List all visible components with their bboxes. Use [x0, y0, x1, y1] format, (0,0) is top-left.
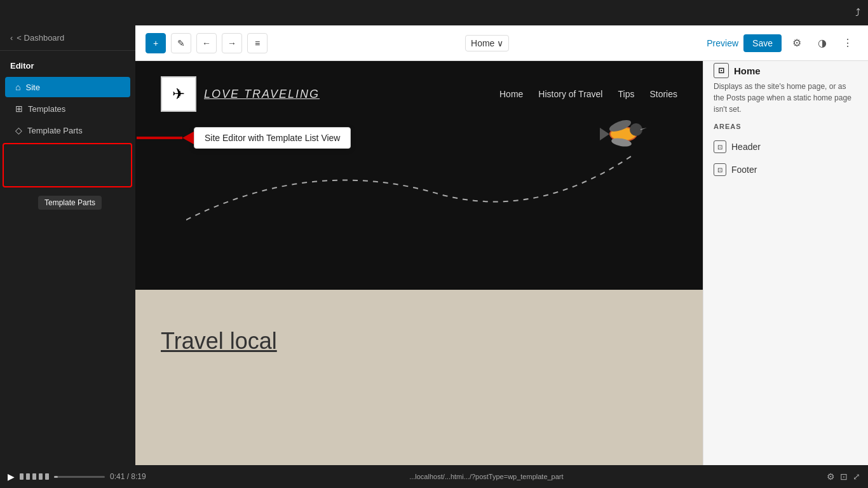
panel-section-home: ⊡ Home Displays as the site's home page,…: [703, 55, 868, 189]
nav-links: Home History of Travel Tips Stories: [499, 89, 677, 99]
logo-text: LOVE TRAVELING: [204, 88, 320, 101]
annotation-box: Site Editor with Template List View: [194, 127, 351, 149]
diamond-icon: ◇: [15, 125, 22, 135]
chevron-left-icon: ‹: [10, 33, 13, 43]
template-parts-tooltip: Template Parts: [38, 196, 102, 210]
canvas-inner: ✈ LOVE TRAVELING Home History of Travel …: [135, 61, 703, 465]
content-heading: Travel local: [161, 328, 677, 355]
panel-header-item[interactable]: ⊡ Header: [714, 135, 858, 158]
svg-marker-4: [600, 128, 609, 140]
dashboard-link[interactable]: ‹ < Dashboard: [0, 25, 135, 51]
settings-bottom-icon[interactable]: ⚙: [827, 471, 835, 482]
panel-home-title: ⊡ Home: [714, 63, 858, 78]
progress-bar[interactable]: [54, 476, 105, 478]
preview-button[interactable]: Preview: [707, 38, 738, 48]
sidebar: ‹ < Dashboard Editor ⌂ Site ⊞ Templates …: [0, 25, 135, 465]
annotation: Site Editor with Template List View: [137, 127, 351, 149]
sidebar-highlight: [3, 143, 132, 187]
sidebar-item-template-parts[interactable]: ◇ Template Parts: [5, 120, 130, 140]
sidebar-item-site[interactable]: ⌂ Site: [5, 77, 130, 97]
site-content: Travel local: [135, 290, 703, 405]
areas-label: AREAS: [714, 123, 858, 130]
nav-tips[interactable]: Tips: [618, 89, 634, 99]
save-button[interactable]: Save: [743, 34, 782, 52]
time-display: 0:41 / 8:19: [110, 472, 146, 481]
more-button[interactable]: ⋮: [837, 33, 858, 53]
right-panel: Template Block ✕ ⊡ Home Displays as the …: [703, 25, 868, 465]
nav-home[interactable]: Home: [499, 89, 523, 99]
page-selector[interactable]: Home ∨: [465, 35, 509, 51]
canvas[interactable]: ✈ LOVE TRAVELING Home History of Travel …: [135, 61, 703, 465]
toolbar-left: + ✎ ← → ≡: [146, 33, 268, 53]
nav-stories[interactable]: Stories: [649, 89, 677, 99]
picture-icon[interactable]: ⊡: [840, 471, 848, 482]
fullscreen-icon[interactable]: ⤢: [853, 471, 860, 482]
panel-home-desc: Displays as the site's home page, or as …: [714, 81, 858, 115]
toolbar-right: Preview Save ⚙ ◑ ⋮: [707, 33, 858, 53]
home-page-icon: ⊡: [714, 63, 729, 78]
header-icon: ⊡: [714, 140, 726, 153]
bottom-bar-left: ▶ 0:41 / 8:19: [8, 471, 146, 482]
bottom-bar-right: ⚙ ⊡ ⤢: [827, 471, 860, 482]
site-logo: ✈ LOVE TRAVELING: [161, 76, 320, 112]
panel-footer-item[interactable]: ⊡ Footer: [714, 158, 858, 181]
url-display: ...localhost/...htmi.../?postType=wp_tem…: [409, 473, 563, 480]
style-button[interactable]: ◑: [812, 33, 832, 53]
hedgehog-area: [135, 405, 703, 465]
list-view-button[interactable]: ≡: [247, 33, 268, 53]
editor-title: Editor: [0, 51, 135, 76]
templates-icon: ⊞: [15, 104, 23, 114]
main-toolbar: + ✎ ← → ≡ Home ∨ Preview Save ⚙ ◑ ⋮: [135, 25, 868, 61]
site-hero: ✈ LOVE TRAVELING Home History of Travel …: [135, 61, 703, 290]
nav-history[interactable]: History of Travel: [538, 89, 602, 99]
play-button[interactable]: ▶: [8, 471, 15, 482]
sidebar-item-templates[interactable]: ⊞ Templates: [5, 98, 130, 119]
logo-icon: ✈: [161, 76, 196, 112]
progress-fill: [54, 476, 58, 478]
bottom-bar: ▶ 0:41 / 8:19 ...localhost/...htmi.../?p…: [0, 465, 868, 488]
undo-button[interactable]: ←: [196, 33, 217, 53]
top-bar: ⤴: [0, 0, 868, 25]
site-icon: ⌂: [15, 82, 20, 92]
dashed-path-svg: [186, 144, 663, 226]
add-button[interactable]: +: [146, 33, 166, 53]
redo-button[interactable]: →: [222, 33, 242, 53]
settings-button[interactable]: ⚙: [787, 33, 807, 53]
toolbar-center: Home ∨: [465, 35, 509, 51]
share-icon[interactable]: ⤴: [855, 7, 860, 18]
edit-button[interactable]: ✎: [171, 33, 191, 53]
footer-icon: ⊡: [714, 163, 726, 176]
